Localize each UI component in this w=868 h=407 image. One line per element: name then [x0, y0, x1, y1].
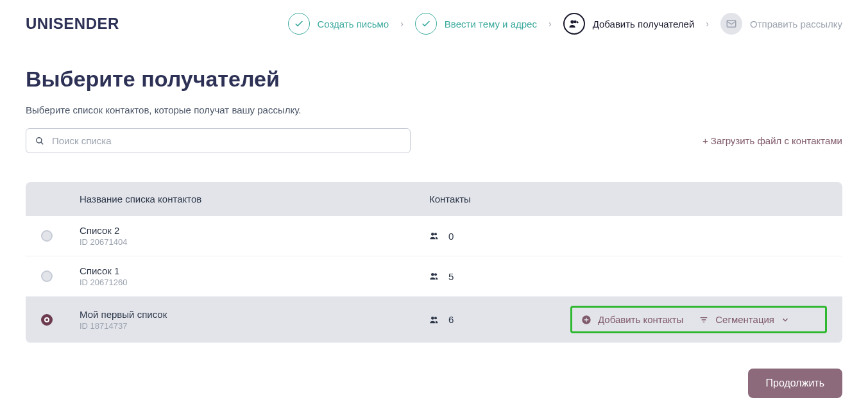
segmentation-label: Сегментация	[715, 314, 774, 325]
contacts-count: 6	[448, 314, 454, 325]
svg-point-1	[574, 21, 577, 24]
table-row-selected[interactable]: Мой первый список ID 18714737 6 Добавить…	[26, 297, 842, 343]
chevron-down-icon	[781, 315, 790, 324]
header: UNISENDER Создать письмо › Ввести тему и…	[26, 13, 842, 35]
segmentation-link[interactable]: Сегментация	[699, 314, 790, 325]
chevron-right-icon: ›	[400, 19, 404, 29]
list-id: ID 20671260	[80, 278, 429, 287]
table-row[interactable]: Список 1 ID 20671260 5	[26, 256, 842, 297]
table-row[interactable]: Список 2 ID 20671404 0	[26, 216, 842, 256]
add-contacts-link[interactable]: Добавить контакты	[581, 314, 683, 325]
svg-line-4	[41, 142, 44, 144]
check-icon	[288, 13, 310, 35]
upload-contacts-link[interactable]: + Загрузить файл с контактами	[702, 135, 842, 146]
step-create-letter[interactable]: Создать письмо	[288, 13, 389, 35]
table-header: Название списка контактов Контакты	[26, 182, 842, 216]
svg-point-8	[434, 273, 437, 276]
search-input[interactable]	[52, 135, 401, 146]
search-input-wrapper[interactable]	[26, 128, 411, 153]
col-header-name: Название списка контактов	[80, 194, 429, 204]
add-contacts-label: Добавить контакты	[598, 314, 683, 325]
list-id: ID 18714737	[80, 321, 429, 331]
step-label: Ввести тему и адрес	[445, 19, 537, 29]
svg-point-9	[431, 317, 434, 320]
step-label: Добавить получателей	[593, 19, 695, 29]
col-header-contacts: Контакты	[429, 194, 570, 204]
page-subtitle: Выберите список контактов, которые получ…	[26, 104, 842, 115]
step-label: Отправить рассылку	[750, 19, 842, 29]
users-icon	[429, 315, 439, 325]
users-icon	[429, 231, 439, 241]
svg-point-0	[570, 20, 574, 23]
filter-icon	[699, 315, 709, 325]
progress-steps: Создать письмо › Ввести тему и адрес › Д…	[288, 13, 842, 35]
users-icon	[429, 271, 439, 281]
svg-point-5	[431, 233, 434, 236]
step-subject-address[interactable]: Ввести тему и адрес	[415, 13, 537, 35]
step-send: Отправить рассылку	[720, 13, 842, 35]
contacts-table: Название списка контактов Контакты Списо…	[26, 182, 842, 343]
logo[interactable]: UNISENDER	[26, 15, 119, 33]
list-name: Список 2	[80, 225, 429, 236]
list-name: Мой первый список	[80, 309, 429, 320]
list-name: Список 1	[80, 265, 429, 276]
radio-checked[interactable]	[41, 314, 53, 326]
svg-point-10	[434, 317, 437, 319]
plus-circle-icon	[581, 315, 591, 325]
list-id: ID 20671404	[80, 237, 429, 247]
page-title: Выберите получателей	[26, 67, 842, 92]
radio-unchecked[interactable]	[41, 230, 53, 242]
svg-point-6	[434, 233, 437, 235]
step-label: Создать письмо	[318, 19, 389, 29]
users-add-icon	[563, 13, 585, 35]
envelope-icon	[720, 13, 742, 35]
step-add-recipients[interactable]: Добавить получателей	[563, 13, 695, 35]
contacts-count: 0	[448, 231, 454, 242]
check-icon	[415, 13, 437, 35]
row-actions-highlight: Добавить контакты Сегментация	[570, 306, 827, 333]
radio-unchecked[interactable]	[41, 270, 53, 282]
chevron-right-icon: ›	[549, 19, 552, 29]
continue-button[interactable]: Продолжить	[748, 369, 842, 398]
svg-point-3	[37, 137, 42, 142]
contacts-count: 5	[448, 271, 454, 282]
search-icon	[35, 137, 44, 145]
chevron-right-icon: ›	[706, 19, 709, 29]
svg-point-7	[431, 273, 434, 276]
